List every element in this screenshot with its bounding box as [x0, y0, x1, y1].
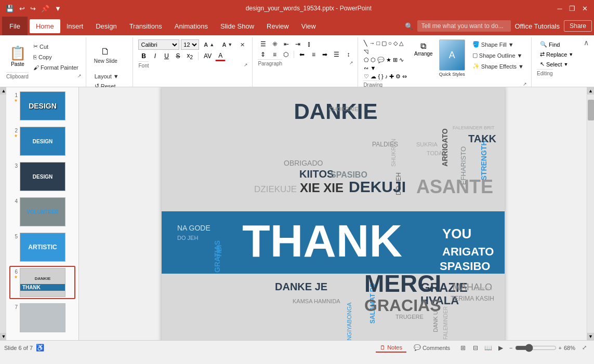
numbering-button[interactable]: ⁜ [270, 39, 280, 49]
menu-review[interactable]: Review [260, 19, 295, 33]
redo-icon[interactable]: ↪ [29, 4, 37, 14]
notes-button[interactable]: 🗒 Notes [376, 343, 406, 353]
slide-thumb-2[interactable]: 2 ★ DESIGN [9, 125, 75, 158]
replace-chevron[interactable]: ▼ [569, 52, 573, 57]
shape-effects-button[interactable]: ✨ Shape Effects ▼ [469, 61, 527, 71]
heart-shape[interactable]: ♡ [363, 73, 369, 80]
scroll-down-button[interactable]: ▼ [587, 333, 595, 340]
menu-home[interactable]: Home [30, 19, 60, 33]
new-slide-button[interactable]: 🗋 New Slide [91, 39, 120, 71]
italic-button[interactable]: I [150, 51, 160, 61]
line-shape[interactable]: ╲ [363, 39, 368, 47]
slide-thumb-5[interactable]: 5 ARTISTIC [9, 231, 75, 264]
shape-outline-chevron[interactable]: ▼ [517, 52, 523, 59]
select-chevron[interactable]: ▼ [564, 62, 569, 67]
callout-shape[interactable]: 💬 [377, 56, 385, 64]
oval-shape[interactable]: ○ [388, 39, 392, 47]
zoom-in-icon[interactable]: + [559, 345, 562, 351]
more-shapes-icon[interactable]: ▼ [369, 64, 376, 72]
right-triangle-shape[interactable]: ◹ [363, 48, 368, 56]
menu-transitions[interactable]: Transitions [123, 19, 168, 33]
align-center-button[interactable]: ≡ [308, 50, 319, 59]
quick-styles-button[interactable]: A [439, 39, 465, 71]
menu-file[interactable]: File [2, 17, 28, 35]
paste-button[interactable]: 📋 Paste [6, 41, 29, 72]
pin-icon[interactable]: 📌 [39, 4, 51, 14]
menu-view[interactable]: View [295, 19, 322, 33]
music-shape[interactable]: ♪ [385, 73, 389, 80]
grow-font-button[interactable]: A▲ [201, 40, 217, 49]
fit-window-button[interactable]: ⤢ [578, 342, 590, 354]
shape-fill-chevron[interactable]: ▼ [508, 42, 514, 48]
text-direction-button[interactable]: ⇕ [258, 50, 268, 59]
clear-format-button[interactable]: ✕ [237, 40, 248, 50]
save-icon[interactable]: 💾 [4, 4, 16, 14]
gear-shape[interactable]: ⚙ [395, 73, 401, 80]
underline-button[interactable]: U [161, 51, 171, 61]
action-shape[interactable]: ⊞ [392, 56, 398, 64]
pentagon-shape[interactable]: ⬠ [363, 56, 369, 64]
reading-view-button[interactable]: 📖 [482, 342, 494, 354]
copy-button[interactable]: ⎘ Copy [30, 52, 82, 62]
slideshow-button[interactable]: ▶ [495, 342, 506, 354]
align-left-button[interactable]: ⬅ [297, 50, 307, 59]
hexagon-shape[interactable]: ⬡ [370, 56, 376, 64]
justify-button[interactable]: ☰ [331, 50, 342, 59]
scroll-thumb[interactable] [588, 100, 594, 120]
arrow-shape[interactable]: → [368, 39, 375, 47]
minimize-button[interactable]: ─ [555, 3, 565, 14]
menu-design[interactable]: Design [89, 19, 123, 33]
triangle-shape[interactable]: △ [399, 39, 404, 47]
slide-thumb-3[interactable]: 3 DESIGN [9, 160, 75, 193]
zoom-out-icon[interactable]: − [509, 345, 512, 351]
rect-shape[interactable]: □ [376, 39, 380, 47]
scroll-up-button[interactable]: ▲ [587, 87, 595, 95]
align-right-button[interactable]: ➡ [320, 50, 330, 59]
font-expand-icon[interactable]: ↗ [244, 62, 248, 68]
undo-icon[interactable]: ↩ [18, 4, 27, 14]
clipboard-expand-icon[interactable]: ↗ [77, 73, 82, 78]
find-button[interactable]: 🔍 Find [537, 39, 563, 49]
comments-button[interactable]: 💬 Comments [410, 343, 454, 352]
replace-button[interactable]: ⇄ Replace ▼ [537, 49, 576, 59]
close-button[interactable]: ✕ [579, 3, 590, 14]
strikethrough-button[interactable]: S [173, 51, 183, 61]
shrink-font-button[interactable]: A▼ [219, 40, 235, 49]
ribbon-collapse-button[interactable]: ∧ [580, 37, 592, 87]
search-input[interactable] [417, 20, 511, 32]
subscript-button[interactable]: x2 [184, 51, 195, 61]
arrow2-shape[interactable]: ⇔ [402, 73, 407, 80]
cut-button[interactable]: ✂ Cut [30, 42, 82, 51]
convert-smartart-button[interactable]: ⬡ [281, 50, 291, 59]
select-button[interactable]: ↖ Select ▼ [537, 59, 572, 69]
bullets-button[interactable]: ☰ [258, 39, 269, 49]
menu-animations[interactable]: Animations [168, 19, 214, 33]
arrange-button[interactable]: ⧉ Arrange [411, 39, 436, 59]
line-spacing-button[interactable]: ↕ [343, 50, 353, 59]
slide-canvas[interactable]: DANKIE ARRIGATO CHOKRAIE SHUKRAN PALDIES… [162, 87, 505, 340]
menu-slideshow[interactable]: Slide Show [214, 19, 260, 33]
cloud-shape[interactable]: ☁ [370, 73, 377, 80]
zoom-level[interactable]: 68% [564, 345, 575, 351]
text-color-button[interactable]: A [215, 51, 226, 61]
columns-button[interactable]: ⫿ [304, 39, 314, 49]
slide-thumb-6[interactable]: 6 ★ THANK DANKIE [9, 266, 75, 299]
rounded-rect-shape[interactable]: ▢ [381, 39, 387, 47]
office-tutorials-link[interactable]: Office Tutorials [515, 22, 560, 30]
scroll-track[interactable] [588, 95, 594, 333]
bold-button[interactable]: B [138, 51, 149, 61]
menu-insert[interactable]: Insert [60, 19, 90, 33]
paragraph-expand-icon[interactable]: ↗ [349, 60, 353, 65]
drawing-expand-icon[interactable]: ↗ [523, 82, 527, 87]
zoom-slider[interactable] [515, 344, 557, 352]
increase-indent-button[interactable]: ⇥ [293, 39, 303, 49]
slide-thumb-7[interactable]: 7 [9, 301, 75, 334]
shape-fill-button[interactable]: 🪣 Shape Fill ▼ [469, 39, 527, 49]
freeform-shape[interactable]: ∾ [363, 64, 369, 72]
star-shape[interactable]: ★ [386, 56, 392, 64]
share-button[interactable]: Share [564, 20, 592, 32]
cross-shape[interactable]: ✚ [389, 73, 394, 80]
dropdown-arrow-icon[interactable]: ▼ [53, 4, 63, 14]
brace-shape[interactable]: } [381, 73, 384, 80]
text-spacing-button[interactable]: AV [201, 51, 214, 61]
